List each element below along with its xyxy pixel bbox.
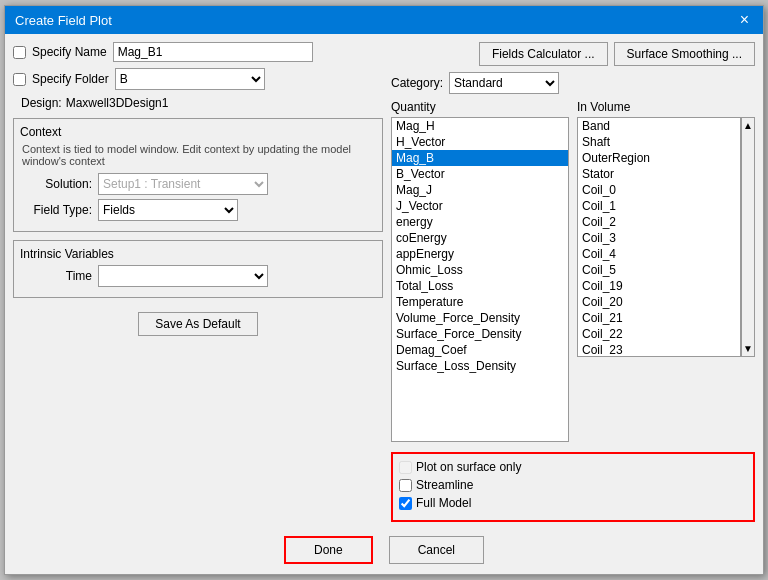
quantity-item[interactable]: Mag_J (392, 182, 568, 198)
quantity-item[interactable]: Temperature (392, 294, 568, 310)
top-buttons: Fields Calculator ... Surface Smoothing … (391, 42, 755, 66)
quantity-label: Quantity (391, 100, 569, 114)
volume-item[interactable]: Coil_3 (578, 230, 740, 246)
volume-item[interactable]: Coil_1 (578, 198, 740, 214)
left-panel: Specify Name Specify Folder B Design: Ma… (13, 42, 383, 522)
volume-item[interactable]: Coil_21 (578, 310, 740, 326)
volume-item[interactable]: Shaft (578, 134, 740, 150)
solution-combo[interactable]: Setup1 : Transient (98, 173, 268, 195)
quantity-listbox[interactable]: Mag_HH_VectorMag_BB_VectorMag_JJ_Vectore… (391, 117, 569, 442)
fields-calculator-button[interactable]: Fields Calculator ... (479, 42, 608, 66)
volume-item[interactable]: Coil_20 (578, 294, 740, 310)
solution-select: Setup1 : Transient (99, 174, 267, 194)
name-input[interactable] (113, 42, 313, 62)
time-label: Time (22, 269, 92, 283)
folder-select[interactable]: B (116, 69, 264, 89)
quantity-item[interactable]: J_Vector (392, 198, 568, 214)
intrinsic-group: Intrinsic Variables Time (13, 240, 383, 298)
specify-name-row: Specify Name (13, 42, 383, 62)
context-description: Context is tied to model window. Edit co… (22, 143, 374, 167)
context-group: Context Context is tied to model window.… (13, 118, 383, 232)
full-model-label: Full Model (416, 496, 471, 510)
quantity-item[interactable]: Mag_B (392, 150, 568, 166)
quantity-item[interactable]: Total_Loss (392, 278, 568, 294)
category-row: Category: Standard Custom (391, 72, 755, 94)
streamline-checkbox[interactable] (399, 479, 412, 492)
scrollbar[interactable]: ▲ ▼ (741, 117, 755, 357)
volume-item[interactable]: Coil_19 (578, 278, 740, 294)
in-volume-label: In Volume (577, 100, 755, 114)
intrinsic-title: Intrinsic Variables (20, 247, 374, 261)
in-volume-listbox[interactable]: BandShaftOuterRegionStatorCoil_0Coil_1Co… (577, 117, 741, 357)
volume-item[interactable]: Coil_5 (578, 262, 740, 278)
time-select[interactable] (99, 266, 267, 286)
streamline-label: Streamline (416, 478, 473, 492)
cancel-button[interactable]: Cancel (389, 536, 484, 564)
dialog-title: Create Field Plot (15, 13, 112, 28)
quantity-item[interactable]: H_Vector (392, 134, 568, 150)
field-type-label: Field Type: (22, 203, 92, 217)
quantity-item[interactable]: coEnergy (392, 230, 568, 246)
quantity-item[interactable]: Ohmic_Loss (392, 262, 568, 278)
right-panel: Fields Calculator ... Surface Smoothing … (391, 42, 755, 522)
quantity-item[interactable]: Surface_Force_Density (392, 326, 568, 342)
create-field-plot-dialog: Create Field Plot × Specify Name Specify… (4, 5, 764, 575)
specify-folder-row: Specify Folder B (13, 68, 383, 90)
quantity-item[interactable]: Surface_Loss_Density (392, 358, 568, 374)
design-label: Design: (21, 96, 62, 110)
context-title: Context (20, 125, 374, 139)
time-row: Time (22, 265, 374, 287)
quantity-item[interactable]: Mag_H (392, 118, 568, 134)
done-button[interactable]: Done (284, 536, 373, 564)
title-bar: Create Field Plot × (5, 6, 763, 34)
dialog-footer: Done Cancel (5, 530, 763, 574)
quantity-item[interactable]: appEnergy (392, 246, 568, 262)
quantity-item[interactable]: Volume_Force_Density (392, 310, 568, 326)
solution-label: Solution: (22, 177, 92, 191)
quantity-col: Quantity Mag_HH_VectorMag_BB_VectorMag_J… (391, 100, 569, 442)
quantity-item[interactable]: B_Vector (392, 166, 568, 182)
field-type-row: Field Type: Fields Mesh Calculator (22, 199, 374, 221)
volume-item[interactable]: Band (578, 118, 740, 134)
bottom-options: Plot on surface only Streamline Full Mod… (391, 452, 755, 522)
save-default-button[interactable]: Save As Default (138, 312, 257, 336)
field-type-select[interactable]: Fields Mesh Calculator (99, 200, 237, 220)
specify-folder-label: Specify Folder (32, 72, 109, 86)
full-model-row: Full Model (399, 496, 747, 510)
volume-item[interactable]: Coil_22 (578, 326, 740, 342)
plot-on-surface-checkbox (399, 461, 412, 474)
category-label: Category: (391, 76, 443, 90)
category-combo[interactable]: Standard Custom (449, 72, 559, 94)
quantity-item[interactable]: energy (392, 214, 568, 230)
volume-item[interactable]: Coil_23 (578, 342, 740, 357)
in-volume-col: In Volume BandShaftOuterRegionStatorCoil… (577, 100, 755, 442)
full-model-checkbox[interactable] (399, 497, 412, 510)
surface-smoothing-button[interactable]: Surface Smoothing ... (614, 42, 755, 66)
volume-item[interactable]: Coil_0 (578, 182, 740, 198)
plot-on-surface-row: Plot on surface only (399, 460, 747, 474)
specify-folder-checkbox[interactable] (13, 73, 26, 86)
folder-combo[interactable]: B (115, 68, 265, 90)
time-combo[interactable] (98, 265, 268, 287)
quantity-item[interactable]: Demag_Coef (392, 342, 568, 358)
volume-item[interactable]: Coil_4 (578, 246, 740, 262)
specify-name-checkbox[interactable] (13, 46, 26, 59)
solution-row: Solution: Setup1 : Transient (22, 173, 374, 195)
field-type-combo[interactable]: Fields Mesh Calculator (98, 199, 238, 221)
design-row: Design: Maxwell3DDesign1 (21, 96, 383, 110)
design-value: Maxwell3DDesign1 (66, 96, 169, 110)
dialog-body: Specify Name Specify Folder B Design: Ma… (5, 34, 763, 530)
volume-item[interactable]: OuterRegion (578, 150, 740, 166)
streamline-row: Streamline (399, 478, 747, 492)
volume-item[interactable]: Stator (578, 166, 740, 182)
specify-name-label: Specify Name (32, 45, 107, 59)
volume-item[interactable]: Coil_2 (578, 214, 740, 230)
category-select[interactable]: Standard Custom (450, 73, 558, 93)
close-button[interactable]: × (736, 12, 753, 28)
plot-on-surface-label: Plot on surface only (416, 460, 521, 474)
lists-row: Quantity Mag_HH_VectorMag_BB_VectorMag_J… (391, 100, 755, 442)
